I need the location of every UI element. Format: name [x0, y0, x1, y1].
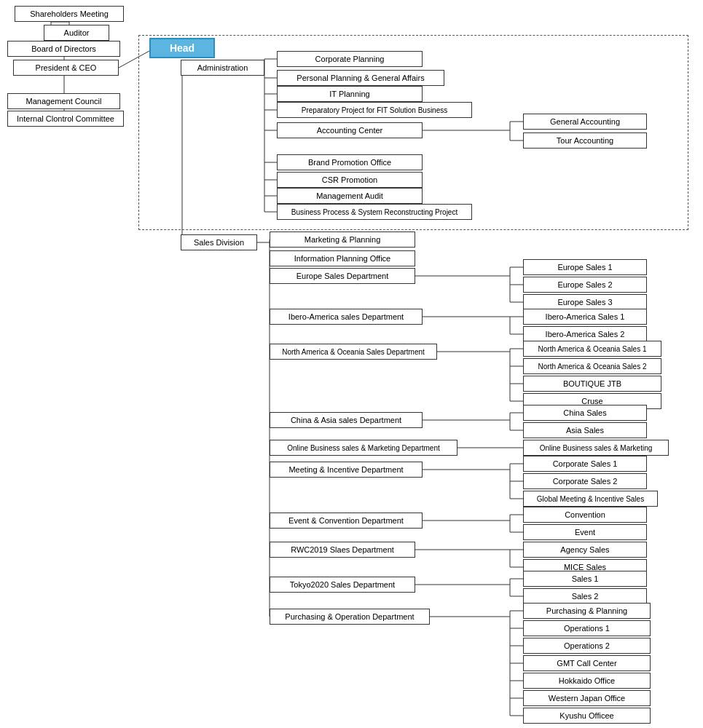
online-dept: Online Business sales & Marketing Depart…: [270, 440, 457, 456]
auditor: Auditor: [44, 25, 109, 41]
purchasing-dept: Purchasing & Operation Department: [270, 609, 430, 625]
meeting-dept: Meeting & Incentive Department: [270, 462, 423, 478]
it-planning: IT Planning: [277, 86, 423, 102]
rwc-dept: RWC2019 Slaes Department: [270, 542, 415, 558]
hokkaido-office: Hokkaido Office: [523, 673, 651, 689]
brand-promo: Brand Promotion Office: [277, 154, 423, 170]
corp-sales2: Corporate Sales 2: [523, 473, 647, 489]
ibero-dept: Ibero-America sales Department: [270, 309, 423, 325]
global-mi: Global Meeting & Incentive Sales: [523, 491, 658, 507]
europe2: Europe Sales 2: [523, 277, 647, 293]
head-node: Head: [149, 38, 215, 58]
boutique-jtb: BOUTIQUE JTB: [523, 376, 661, 392]
mkt-planning: Marketing & Planning: [270, 232, 415, 248]
board-of-directors: Board of Directors: [7, 41, 120, 57]
china-sales: China Sales: [523, 405, 647, 421]
western-japan-office: Western Japan Office: [523, 690, 651, 706]
ops1: Operations 1: [523, 620, 651, 636]
asia-sales: Asia Sales: [523, 422, 647, 438]
sales2: Sales 2: [523, 588, 647, 604]
agency-sales: Agency Sales: [523, 542, 647, 558]
europe1: Europe Sales 1: [523, 259, 647, 275]
europe-dept: Europe Sales Department: [270, 268, 415, 284]
president-ceo: President & CEO: [13, 60, 119, 76]
event: Event: [523, 524, 647, 540]
biz-process: Business Process & System Reconstructing…: [277, 204, 472, 220]
kyushu-office: Kyushu Officee: [523, 708, 651, 724]
gmt-call-center: GMT Call Center: [523, 655, 651, 671]
corp-planning: Corporate Planning: [277, 51, 423, 67]
info-planning: Information Planning Office: [270, 250, 415, 266]
event-dept: Event & Convention Department: [270, 513, 423, 529]
mgmt-audit: Management Audit: [277, 188, 423, 204]
administration: Administration: [181, 60, 264, 76]
personal-planning: Personal Planning & General Affairs: [277, 70, 444, 86]
convention: Convention: [523, 507, 647, 523]
accounting-center: Accounting Center: [277, 122, 423, 138]
na1: North America & Oceania Sales 1: [523, 341, 661, 357]
internal-control-committee: Internal Clontrol Committee: [7, 111, 124, 127]
general-accounting: General Accounting: [523, 114, 647, 130]
csr-promo: CSR Promotion: [277, 172, 423, 188]
corp-sales1: Corporate Sales 1: [523, 456, 647, 472]
na2: North America & Oceania Sales 2: [523, 358, 661, 374]
purchasing-planning: Purchasing & Planning: [523, 603, 651, 619]
org-chart: Shareholders Meeting Auditor Board of Di…: [0, 0, 692, 721]
na-dept: North America & Oceania Sales Department: [270, 344, 437, 360]
sales-division: Sales Division: [181, 234, 257, 250]
tour-accounting: Tour Accounting: [523, 132, 647, 149]
ibero1: Ibero-America Sales 1: [523, 309, 647, 325]
shareholders-meeting: Shareholders Meeting: [15, 6, 124, 22]
ops2: Operations 2: [523, 638, 651, 654]
tokyo-dept: Tokyo2020 Sales Department: [270, 577, 415, 593]
china-dept: China & Asia sales Department: [270, 412, 423, 428]
management-council: Management Council: [7, 93, 120, 109]
prep-project: Preparatory Project for FIT Solution Bus…: [277, 102, 472, 118]
ibero2: Ibero-America Sales 2: [523, 326, 647, 342]
online-sales: Online Business sales & Marketing: [523, 440, 669, 456]
sales1: Sales 1: [523, 571, 647, 587]
europe3: Europe Sales 3: [523, 294, 647, 310]
